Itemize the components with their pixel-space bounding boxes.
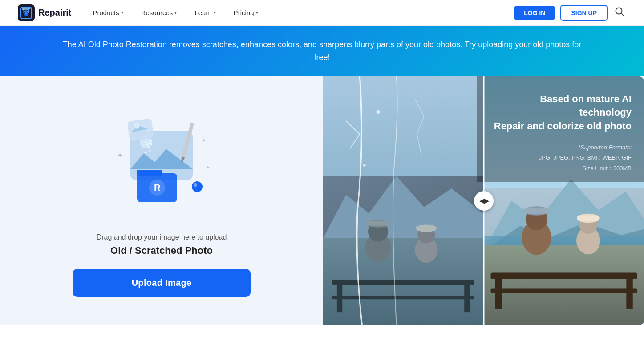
upload-title: Old / Scratched Photo bbox=[110, 245, 213, 256]
svg-rect-45 bbox=[577, 215, 600, 220]
svg-text:R: R bbox=[154, 183, 161, 192]
logo-text: Repairit bbox=[38, 8, 71, 18]
svg-rect-36 bbox=[495, 279, 501, 309]
upload-panel: R ✦ ✦ ✦ Drag and drop your image here to… bbox=[0, 76, 323, 325]
upload-illustration: R ✦ ✦ ✦ bbox=[104, 104, 219, 220]
svg-rect-24 bbox=[464, 285, 470, 312]
overlay-title: Based on mature AI technology Repair and… bbox=[486, 92, 632, 133]
svg-text:✦: ✦ bbox=[117, 152, 123, 159]
svg-rect-35 bbox=[490, 288, 637, 293]
nav-pricing[interactable]: Pricing ▾ bbox=[227, 5, 265, 20]
nav-resources[interactable]: Resources ▾ bbox=[134, 5, 184, 20]
header: Repairit Products ▾ Resources ▾ Learn ▾ … bbox=[0, 0, 644, 26]
svg-line-5 bbox=[621, 13, 624, 16]
svg-point-17 bbox=[194, 183, 197, 187]
main-nav: Products ▾ Resources ▾ Learn ▾ Pricing ▾ bbox=[85, 5, 514, 20]
nav-learn[interactable]: Learn ▾ bbox=[187, 5, 223, 20]
photo-before bbox=[323, 76, 484, 325]
signup-button[interactable]: SIGN UP bbox=[560, 5, 608, 21]
chevron-down-icon: ▾ bbox=[121, 10, 123, 15]
svg-rect-37 bbox=[626, 279, 632, 309]
header-actions: LOG IN SIGN UP bbox=[514, 5, 626, 21]
promo-banner: The AI Old Photo Restoration removes scr… bbox=[0, 26, 644, 76]
chevron-down-icon: ▾ bbox=[256, 10, 258, 15]
banner-text: The AI Old Photo Restoration removes scr… bbox=[55, 38, 589, 64]
svg-point-31 bbox=[416, 224, 437, 232]
svg-rect-41 bbox=[523, 208, 549, 213]
image-comparison: ◀▶ Based on mature AI technology Repair … bbox=[323, 76, 644, 325]
logo[interactable]: Repairit bbox=[18, 4, 71, 21]
main-content: R ✦ ✦ ✦ Drag and drop your image here to… bbox=[0, 76, 644, 325]
logo-icon bbox=[18, 4, 35, 21]
svg-rect-22 bbox=[332, 296, 474, 299]
svg-rect-21 bbox=[332, 280, 474, 285]
nav-products[interactable]: Products ▾ bbox=[85, 5, 130, 20]
upload-desc: Drag and drop your image here to upload bbox=[97, 233, 227, 241]
svg-rect-23 bbox=[337, 285, 342, 312]
svg-point-16 bbox=[192, 181, 203, 192]
chevron-down-icon: ▾ bbox=[174, 10, 177, 15]
upload-button[interactable]: Upload Image bbox=[73, 269, 251, 297]
overlay-info: Based on mature AI technology Repair and… bbox=[477, 76, 644, 183]
svg-text:✦: ✦ bbox=[206, 165, 210, 170]
search-icon[interactable] bbox=[613, 5, 626, 20]
preview-panel: ◀▶ Based on mature AI technology Repair … bbox=[323, 76, 644, 325]
overlay-formats: *Supported Formats: JPG, JPEG, PNG, BMP,… bbox=[486, 142, 632, 173]
svg-rect-34 bbox=[490, 272, 637, 279]
comparison-slider[interactable]: ◀▶ bbox=[474, 191, 494, 211]
chevron-down-icon: ▾ bbox=[214, 10, 216, 15]
svg-text:✦: ✦ bbox=[202, 137, 206, 144]
svg-rect-13 bbox=[137, 170, 162, 176]
login-button[interactable]: LOG IN bbox=[514, 6, 555, 20]
slider-arrows-icon: ◀▶ bbox=[479, 196, 488, 205]
svg-rect-28 bbox=[366, 221, 390, 225]
